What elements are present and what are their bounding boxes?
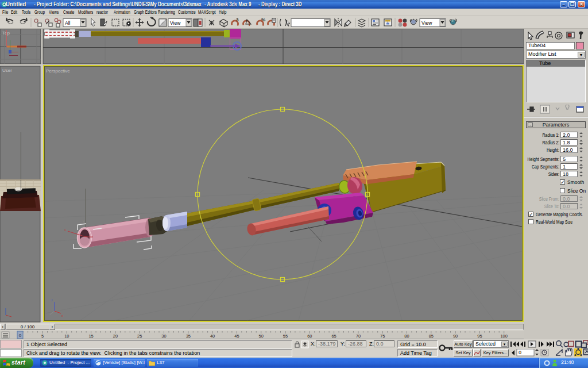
svg-text:%: %: [261, 17, 265, 22]
svg-text:85: 85: [429, 334, 434, 339]
svg-text:30: 30: [161, 334, 166, 339]
svg-text:50: 50: [259, 334, 264, 339]
svg-text:25: 25: [137, 334, 142, 339]
svg-text:80: 80: [404, 334, 409, 339]
svg-text:Perspective: Perspective: [46, 68, 70, 74]
svg-text:5: 5: [41, 334, 44, 339]
svg-text:65: 65: [331, 334, 336, 339]
svg-text:3: 3: [236, 17, 239, 22]
svg-text:95: 95: [477, 334, 482, 339]
svg-text:All: All: [65, 20, 71, 26]
svg-text:View: View: [170, 20, 181, 26]
svg-text:100: 100: [500, 334, 508, 339]
svg-text:40: 40: [210, 334, 215, 339]
svg-text:x: x: [61, 314, 63, 317]
svg-text:x: x: [64, 228, 66, 232]
svg-text:z: z: [51, 298, 53, 302]
svg-text:20: 20: [113, 334, 118, 339]
svg-text:15: 15: [88, 334, 93, 339]
svg-text:45: 45: [234, 334, 239, 339]
svg-text:0: 0: [519, 350, 521, 355]
svg-text:y: y: [83, 219, 84, 223]
svg-text:55: 55: [283, 334, 288, 339]
svg-text:60: 60: [307, 334, 312, 339]
svg-text:90: 90: [453, 334, 458, 339]
svg-text:View: View: [421, 20, 432, 26]
svg-text:70: 70: [356, 334, 361, 339]
svg-text:75: 75: [380, 334, 385, 339]
svg-text:10: 10: [64, 334, 69, 339]
svg-text:User: User: [2, 68, 12, 73]
svg-text:Top: Top: [2, 30, 10, 36]
svg-text:35: 35: [186, 334, 191, 339]
